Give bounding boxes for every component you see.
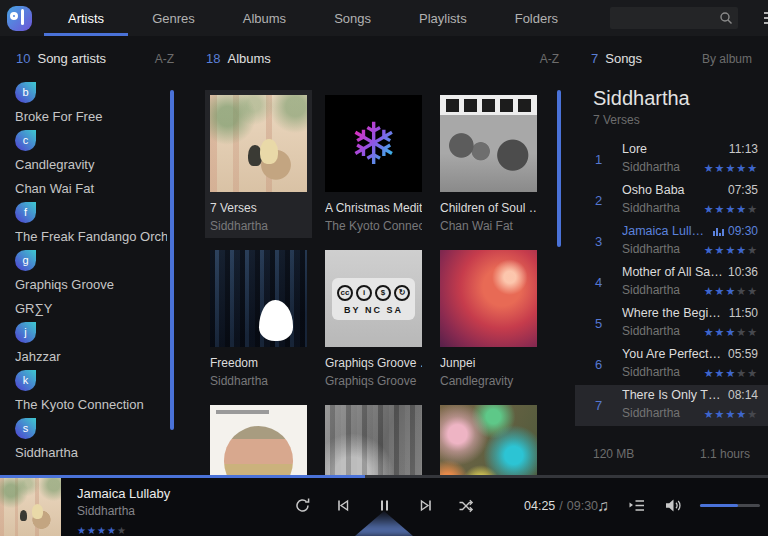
albums-sort-toggle[interactable]: A-Z: [540, 52, 559, 66]
star-icon: ★: [747, 408, 758, 420]
player-right-icons: ♫: [597, 478, 760, 533]
artist-item[interactable]: Jahzzar: [15, 344, 167, 368]
songs-panel-header: 7 Songs By album: [575, 36, 768, 74]
artist-item[interactable]: Siddhartha: [15, 440, 167, 464]
album-artist: The Kyoto Connec…: [325, 219, 422, 233]
track-rating[interactable]: ★★★★★: [704, 240, 758, 258]
star-icon: ★: [725, 203, 736, 215]
letter-group-header: j: [15, 320, 190, 344]
shuffle-button[interactable]: [456, 496, 476, 516]
tab-genres[interactable]: Genres: [128, 0, 219, 36]
previous-button[interactable]: [333, 496, 353, 516]
volume-icon[interactable]: [663, 496, 683, 516]
track-rating[interactable]: ★★★★★: [704, 158, 758, 176]
star-icon: ★: [747, 326, 758, 338]
time-current: 04:25: [524, 499, 555, 513]
album-tile[interactable]: JunpeiCandlegravity: [435, 245, 542, 393]
song-group-subtitle: 7 Verses: [575, 113, 768, 127]
pause-button[interactable]: [374, 496, 394, 516]
star-icon: ★: [736, 203, 747, 215]
star-icon: ★: [704, 408, 715, 420]
artists-panel-header: 10 Song artists A-Z: [0, 36, 190, 74]
track-rating[interactable]: ★★★★★: [704, 199, 758, 217]
track-row[interactable]: 2Osho Baba07:35Siddhartha★★★★★: [575, 180, 768, 221]
album-tile[interactable]: ❄A Christmas Medit…The Kyoto Connec…: [320, 90, 427, 238]
album-artist: Graphiqs Groove: [325, 374, 422, 388]
artist-item[interactable]: Broke For Free: [15, 104, 167, 128]
track-rating[interactable]: ★★★★★: [704, 281, 758, 299]
tab-artists[interactable]: Artists: [44, 0, 128, 36]
artist-item[interactable]: The Kyoto Connection: [15, 392, 167, 416]
songs-total-size: 120 MB: [593, 447, 634, 461]
queue-icon[interactable]: [626, 496, 646, 516]
star-icon: ★: [704, 326, 715, 338]
track-number: 3: [575, 234, 622, 249]
letter-avatar: f: [15, 202, 36, 223]
star-icon: ★: [747, 285, 758, 297]
letter-group-header: f: [15, 200, 190, 224]
track-row[interactable]: 4Mother of All Saints10:36Siddhartha★★★★…: [575, 262, 768, 303]
star-icon: ★: [87, 525, 97, 536]
tab-playlists[interactable]: Playlists: [395, 0, 491, 36]
songs-sort-toggle[interactable]: By album: [702, 52, 752, 66]
track-row[interactable]: 7There Is Only This …08:14Siddhartha★★★★…: [575, 385, 768, 426]
star-icon: ★: [725, 244, 736, 256]
star-icon: ★: [715, 326, 726, 338]
artist-item[interactable]: Chan Wai Fat: [15, 176, 167, 200]
artists-scrollbar[interactable]: [170, 90, 174, 430]
logo-disc: [10, 12, 18, 20]
track-rating[interactable]: ★★★★★: [704, 404, 758, 422]
track-duration: 08:14: [728, 388, 758, 402]
albums-scrollbar[interactable]: [557, 90, 561, 247]
album-tile[interactable]: [320, 400, 427, 475]
track-title: You Are Perfect Be…: [622, 347, 723, 361]
letter-group-header: s: [15, 416, 190, 440]
tab-songs[interactable]: Songs: [310, 0, 395, 36]
letter-avatar: g: [15, 250, 36, 271]
albums-panel: 18 Albums A-Z 7 VersesSiddhartha❄A Chris…: [190, 36, 575, 475]
music-note-icon[interactable]: ♫: [597, 497, 609, 515]
album-cover: [210, 405, 307, 475]
tab-folders[interactable]: Folders: [491, 0, 582, 36]
star-icon: ★: [747, 162, 758, 174]
album-tile[interactable]: Children of Soul …Chan Wai Fat: [435, 90, 542, 238]
now-playing-rating[interactable]: ★★★★★: [77, 520, 170, 536]
track-rating[interactable]: ★★★★★: [704, 322, 758, 340]
track-row[interactable]: 6You Are Perfect Be…05:59Siddhartha★★★★★: [575, 344, 768, 385]
track-title: Where the Beginni…: [622, 306, 724, 320]
star-icon: ★: [736, 162, 747, 174]
star-icon: ★: [117, 525, 127, 536]
now-playing-artwork[interactable]: [0, 478, 61, 536]
artist-item[interactable]: The Freak Fandango Orchest…: [15, 224, 167, 248]
track-title: There Is Only This …: [622, 388, 723, 402]
album-tile[interactable]: [205, 400, 312, 475]
track-row[interactable]: 5Where the Beginni…11:50Siddhartha★★★★★: [575, 303, 768, 344]
tab-albums[interactable]: Albums: [219, 0, 310, 36]
album-cover: [210, 250, 307, 347]
artist-item[interactable]: GR∑Y: [15, 296, 167, 320]
search-box[interactable]: [610, 7, 738, 29]
track-row[interactable]: 3Jamaica Lulla…09:30Siddhartha★★★★★: [575, 221, 768, 262]
track-row[interactable]: 1Lore11:13Siddhartha★★★★★: [575, 139, 768, 180]
loop-button[interactable]: [292, 496, 312, 516]
artists-count: 10: [16, 51, 30, 66]
album-tile[interactable]: FreedomSiddhartha: [205, 245, 312, 393]
letter-avatar: b: [15, 82, 36, 103]
album-tile[interactable]: [435, 400, 542, 475]
artist-item[interactable]: Candlegravity: [15, 152, 167, 176]
track-rating[interactable]: ★★★★★: [704, 363, 758, 381]
artists-panel: 10 Song artists A-Z bBroke For FreecCand…: [0, 36, 190, 475]
artist-item[interactable]: Graphiqs Groove: [15, 272, 167, 296]
album-tile[interactable]: 7 VersesSiddhartha: [205, 90, 312, 238]
star-icon: ★: [704, 162, 715, 174]
next-button[interactable]: [415, 496, 435, 516]
artists-sort-toggle[interactable]: A-Z: [155, 52, 174, 66]
albums-panel-header: 18 Albums A-Z: [190, 36, 575, 74]
star-icon: ★: [725, 408, 736, 420]
track-artist: Siddhartha: [622, 365, 680, 379]
album-title: Graphiqs Groove …: [325, 356, 422, 370]
star-icon: ★: [736, 326, 747, 338]
volume-slider[interactable]: [700, 504, 760, 507]
menu-button[interactable]: [760, 8, 768, 28]
album-tile[interactable]: cci$↻BY NC SAGraphiqs Groove …Graphiqs G…: [320, 245, 427, 393]
